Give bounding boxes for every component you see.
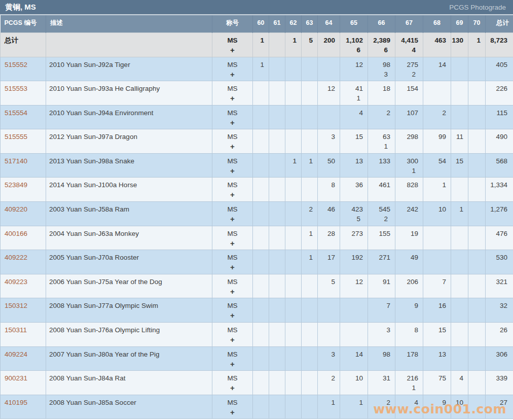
pcgs-photograde-link[interactable]: PCGS Photograde — [449, 4, 506, 11]
grade-cell-63 — [302, 178, 318, 202]
expand-plus-button[interactable]: + — [212, 287, 252, 297]
pcgs-number-link[interactable]: 150311 — [5, 326, 27, 334]
column-header-69: 69 — [451, 15, 468, 32]
grade-cell-67: 298 — [395, 129, 423, 154]
designation-cell: MS+ — [212, 57, 253, 81]
grade-cell-65: 4 — [340, 105, 368, 129]
totals-row: 总计MS+1152001,10262,38964,415446313018,72… — [1, 32, 513, 57]
grade-cell-65 — [340, 323, 368, 347]
pcgs-number-link[interactable]: 515553 — [5, 85, 27, 92]
grade-cell-64: 200 — [318, 32, 340, 57]
grade-cell-64 — [318, 57, 340, 81]
grade-cell-66: 983 — [368, 57, 395, 81]
column-header-65: 65 — [340, 15, 368, 32]
grade-count: 13 — [340, 156, 363, 166]
pcgs-number-cell: 410195 — [1, 395, 46, 419]
grade-cell-70 — [468, 226, 486, 250]
pcgs-number-link[interactable]: 400166 — [5, 230, 27, 237]
pcgs-number-link[interactable]: 517140 — [5, 157, 27, 165]
grade-cell-63 — [302, 57, 318, 81]
grade-cell-68: 7 — [423, 274, 451, 298]
grade-count: 15 — [423, 325, 446, 335]
grade-cell-67: 3001 — [395, 153, 423, 178]
grade-cell-68: 2 — [423, 105, 451, 129]
designation-cell: MS+ — [212, 274, 253, 298]
expand-plus-button[interactable]: + — [212, 383, 252, 393]
grade-cell-62 — [285, 129, 302, 154]
pcgs-number-link[interactable]: 515552 — [5, 61, 27, 68]
grade-count: 192 — [340, 253, 363, 262]
grade-count: 828 — [395, 180, 418, 190]
grade-cell-62 — [285, 298, 302, 323]
grade-cell-70 — [468, 202, 486, 226]
grade-count: 4 — [451, 373, 463, 383]
grade-cell-62: 1 — [285, 153, 302, 178]
column-header-60: 60 — [253, 15, 269, 32]
expand-plus-button[interactable]: + — [212, 359, 252, 369]
expand-plus-button[interactable]: + — [212, 93, 252, 103]
grade-cell-70 — [468, 298, 486, 323]
description-cell: 2010 Yuan Sun-J94a Environment — [46, 105, 212, 129]
grade-plus-count: 6 — [340, 45, 363, 55]
grade-cell-65: 1 — [340, 395, 368, 419]
expand-plus-button[interactable]: + — [212, 335, 252, 345]
expand-plus-button[interactable]: + — [212, 238, 252, 249]
grade-cell-61 — [269, 226, 285, 250]
expand-plus-button[interactable]: + — [212, 407, 252, 417]
grade-cell-60: 1 — [253, 57, 269, 81]
expand-plus-button[interactable]: + — [212, 45, 252, 55]
grade-cell-69 — [451, 178, 468, 202]
pcgs-number-link[interactable]: 409220 — [5, 205, 27, 213]
designation-cell: MS+ — [212, 226, 253, 250]
expand-plus-button[interactable]: + — [212, 142, 252, 152]
expand-plus-button[interactable]: + — [212, 166, 252, 176]
pcgs-number-link[interactable]: 409223 — [5, 278, 27, 286]
grade-cell-68: 14 — [423, 57, 451, 81]
pcgs-number-link[interactable]: 523849 — [5, 181, 27, 189]
grade-count: 3 — [368, 325, 390, 335]
grade-cell-60 — [253, 202, 269, 226]
designation-cell: MS+ — [212, 323, 253, 347]
grade-plus-count: 5 — [340, 214, 363, 224]
expand-plus-button[interactable]: + — [212, 118, 252, 128]
designation-label: MS — [212, 36, 252, 45]
title-bar: 黄铜, MS PCGS Photograde — [0, 0, 513, 15]
grade-count: 15 — [451, 156, 463, 166]
grade-cell-62 — [285, 395, 302, 419]
grade-count: 3 — [318, 349, 335, 359]
expand-plus-button[interactable]: + — [212, 310, 252, 321]
grade-cell-69 — [451, 346, 468, 371]
pcgs-number-cell: 515555 — [1, 129, 46, 154]
grade-count: 4,415 — [395, 36, 418, 45]
pcgs-number-link[interactable]: 515554 — [5, 109, 27, 117]
grade-cell-66: 271 — [368, 250, 395, 274]
pcgs-number-link[interactable]: 410195 — [5, 399, 27, 406]
grade-count: 15 — [340, 132, 363, 142]
grade-cell-63: 1 — [302, 226, 318, 250]
table-row: 4001662004 Yuan Sun-J63a MonkeyMS+128273… — [1, 226, 513, 250]
grade-cell-64: 3 — [318, 129, 340, 154]
grade-count: 300 — [395, 156, 418, 166]
expand-plus-button[interactable]: + — [212, 190, 252, 200]
grade-count: 1 — [285, 36, 297, 45]
grade-cell-66: 133 — [368, 153, 395, 178]
pcgs-number-link[interactable]: 900231 — [5, 374, 27, 382]
grade-cell-60 — [253, 153, 269, 178]
pcgs-number-link[interactable]: 409222 — [5, 254, 27, 261]
column-header-61: 61 — [269, 15, 285, 32]
pcgs-number-cell: 900231 — [1, 371, 46, 395]
expand-plus-button[interactable]: + — [212, 262, 252, 272]
grade-count: 1 — [423, 180, 446, 190]
grade-count: 3 — [318, 132, 335, 142]
table-row: 5155532010 Yuan Sun-J93a He CalligraphyM… — [1, 81, 513, 106]
grade-cell-60 — [253, 178, 269, 202]
description-cell: 2010 Yuan Sun-J93a He Calligraphy — [46, 81, 212, 106]
pcgs-number-link[interactable]: 515555 — [5, 133, 27, 141]
expand-plus-button[interactable]: + — [212, 214, 252, 224]
grade-cell-66: 631 — [368, 129, 395, 154]
grade-cell-68: 75 — [423, 371, 451, 395]
expand-plus-button[interactable]: + — [212, 69, 252, 80]
row-total-cell: 115 — [486, 105, 513, 129]
pcgs-number-link[interactable]: 150312 — [5, 302, 27, 309]
pcgs-number-link[interactable]: 409224 — [5, 351, 27, 358]
